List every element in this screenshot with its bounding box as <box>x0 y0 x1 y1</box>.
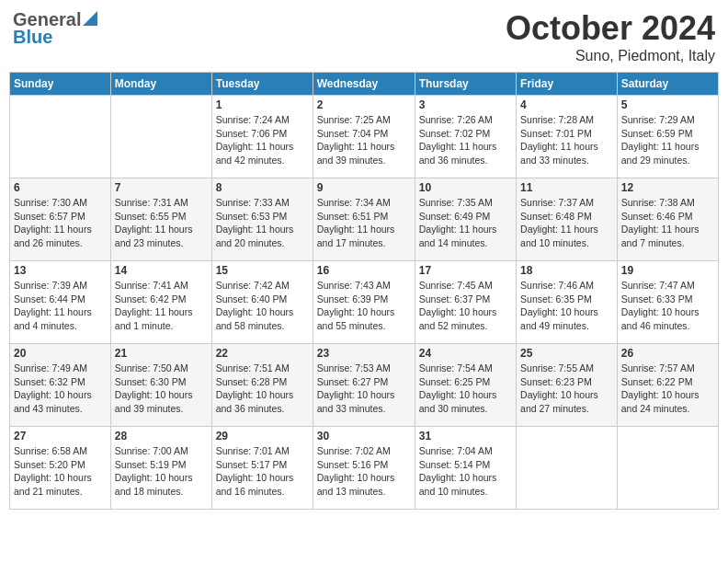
calendar-week-row: 1Sunrise: 7:24 AMSunset: 7:06 PMDaylight… <box>10 96 719 178</box>
day-info: Sunrise: 7:47 AMSunset: 6:33 PMDaylight:… <box>621 279 714 333</box>
day-number: 18 <box>520 264 613 277</box>
day-info: Sunrise: 7:34 AMSunset: 6:51 PMDaylight:… <box>317 196 411 250</box>
day-number: 9 <box>317 181 411 194</box>
day-info: Sunrise: 7:43 AMSunset: 6:39 PMDaylight:… <box>317 279 411 333</box>
weekday-header-row: SundayMondayTuesdayWednesdayThursdayFrid… <box>10 73 719 96</box>
day-number: 14 <box>115 264 208 277</box>
day-number: 8 <box>216 181 309 194</box>
day-info: Sunrise: 7:53 AMSunset: 6:27 PMDaylight:… <box>317 362 411 416</box>
calendar-cell <box>517 427 618 510</box>
day-info: Sunrise: 7:30 AMSunset: 6:57 PMDaylight:… <box>14 196 107 250</box>
calendar-cell: 14Sunrise: 7:41 AMSunset: 6:42 PMDayligh… <box>110 261 211 344</box>
calendar-cell <box>110 96 211 178</box>
day-number: 7 <box>115 181 208 194</box>
calendar-cell: 29Sunrise: 7:01 AMSunset: 5:17 PMDayligh… <box>211 427 313 510</box>
day-info: Sunrise: 7:39 AMSunset: 6:44 PMDaylight:… <box>14 279 107 333</box>
calendar-cell: 3Sunrise: 7:26 AMSunset: 7:02 PMDaylight… <box>415 96 516 178</box>
day-number: 1 <box>216 98 309 111</box>
day-info: Sunrise: 7:51 AMSunset: 6:28 PMDaylight:… <box>216 362 309 416</box>
calendar-cell: 21Sunrise: 7:50 AMSunset: 6:30 PMDayligh… <box>110 344 211 427</box>
day-number: 16 <box>317 264 411 277</box>
calendar-cell: 11Sunrise: 7:37 AMSunset: 6:48 PMDayligh… <box>517 178 618 261</box>
logo-blue-text: Blue <box>13 27 52 48</box>
calendar-cell: 12Sunrise: 7:38 AMSunset: 6:46 PMDayligh… <box>617 178 718 261</box>
calendar-cell: 24Sunrise: 7:54 AMSunset: 6:25 PMDayligh… <box>415 344 516 427</box>
day-number: 17 <box>419 264 512 277</box>
calendar-cell: 17Sunrise: 7:45 AMSunset: 6:37 PMDayligh… <box>415 261 516 344</box>
day-info: Sunrise: 7:31 AMSunset: 6:55 PMDaylight:… <box>115 196 208 250</box>
day-number: 20 <box>14 347 107 360</box>
day-number: 3 <box>419 98 512 111</box>
weekday-header-thursday: Thursday <box>415 73 516 96</box>
day-info: Sunrise: 7:35 AMSunset: 6:49 PMDaylight:… <box>419 196 512 250</box>
calendar-cell: 10Sunrise: 7:35 AMSunset: 6:49 PMDayligh… <box>415 178 516 261</box>
day-number: 5 <box>621 98 714 111</box>
day-info: Sunrise: 7:33 AMSunset: 6:53 PMDaylight:… <box>216 196 309 250</box>
weekday-header-saturday: Saturday <box>617 73 718 96</box>
calendar-cell: 30Sunrise: 7:02 AMSunset: 5:16 PMDayligh… <box>313 427 415 510</box>
day-info: Sunrise: 7:42 AMSunset: 6:40 PMDaylight:… <box>216 279 309 333</box>
calendar-cell: 26Sunrise: 7:57 AMSunset: 6:22 PMDayligh… <box>617 344 718 427</box>
day-info: Sunrise: 7:37 AMSunset: 6:48 PMDaylight:… <box>520 196 613 250</box>
day-info: Sunrise: 7:57 AMSunset: 6:22 PMDaylight:… <box>621 362 714 416</box>
day-number: 25 <box>520 347 613 360</box>
day-info: Sunrise: 7:49 AMSunset: 6:32 PMDaylight:… <box>14 362 107 416</box>
calendar-cell: 13Sunrise: 7:39 AMSunset: 6:44 PMDayligh… <box>10 261 111 344</box>
calendar-cell: 9Sunrise: 7:34 AMSunset: 6:51 PMDaylight… <box>313 178 415 261</box>
day-info: Sunrise: 7:02 AMSunset: 5:16 PMDaylight:… <box>317 444 411 499</box>
day-info: Sunrise: 7:54 AMSunset: 6:25 PMDaylight:… <box>419 362 512 416</box>
weekday-header-friday: Friday <box>517 73 618 96</box>
page-header: General Blue October 2024 Suno, Piedmont… <box>9 9 719 64</box>
day-info: Sunrise: 7:55 AMSunset: 6:23 PMDaylight:… <box>520 362 613 416</box>
day-number: 11 <box>520 181 613 194</box>
calendar-cell: 15Sunrise: 7:42 AMSunset: 6:40 PMDayligh… <box>211 261 313 344</box>
day-number: 13 <box>14 264 107 277</box>
day-number: 19 <box>621 264 714 277</box>
calendar-cell: 25Sunrise: 7:55 AMSunset: 6:23 PMDayligh… <box>517 344 618 427</box>
calendar-cell: 31Sunrise: 7:04 AMSunset: 5:14 PMDayligh… <box>415 427 516 510</box>
day-info: Sunrise: 7:46 AMSunset: 6:35 PMDaylight:… <box>520 279 613 333</box>
day-number: 26 <box>621 347 714 360</box>
day-number: 31 <box>419 430 512 442</box>
logo-arrow-icon <box>83 11 97 29</box>
calendar-week-row: 20Sunrise: 7:49 AMSunset: 6:32 PMDayligh… <box>10 344 719 427</box>
calendar-title: October 2024 <box>506 9 715 48</box>
calendar-cell <box>617 427 718 510</box>
calendar-cell: 2Sunrise: 7:25 AMSunset: 7:04 PMDaylight… <box>313 96 415 178</box>
day-number: 24 <box>419 347 512 360</box>
calendar-cell: 23Sunrise: 7:53 AMSunset: 6:27 PMDayligh… <box>313 344 415 427</box>
day-number: 23 <box>317 347 411 360</box>
day-number: 29 <box>216 430 309 442</box>
calendar-cell: 1Sunrise: 7:24 AMSunset: 7:06 PMDaylight… <box>211 96 313 178</box>
calendar-cell <box>10 96 111 178</box>
calendar-location: Suno, Piedmont, Italy <box>506 48 715 64</box>
calendar-cell: 5Sunrise: 7:29 AMSunset: 6:59 PMDaylight… <box>617 96 718 178</box>
day-info: Sunrise: 7:26 AMSunset: 7:02 PMDaylight:… <box>419 113 512 167</box>
day-number: 12 <box>621 181 714 194</box>
calendar-cell: 22Sunrise: 7:51 AMSunset: 6:28 PMDayligh… <box>211 344 313 427</box>
calendar-cell: 27Sunrise: 6:58 AMSunset: 5:20 PMDayligh… <box>10 427 111 510</box>
calendar-cell: 7Sunrise: 7:31 AMSunset: 6:55 PMDaylight… <box>110 178 211 261</box>
day-number: 28 <box>115 430 208 442</box>
calendar-cell: 19Sunrise: 7:47 AMSunset: 6:33 PMDayligh… <box>617 261 718 344</box>
day-number: 2 <box>317 98 411 111</box>
day-info: Sunrise: 7:25 AMSunset: 7:04 PMDaylight:… <box>317 113 411 167</box>
day-info: Sunrise: 7:29 AMSunset: 6:59 PMDaylight:… <box>621 113 714 167</box>
day-number: 27 <box>14 430 107 442</box>
weekday-header-monday: Monday <box>110 73 211 96</box>
day-info: Sunrise: 7:04 AMSunset: 5:14 PMDaylight:… <box>419 444 512 499</box>
svg-marker-0 <box>83 11 97 26</box>
weekday-header-tuesday: Tuesday <box>211 73 313 96</box>
logo: General Blue <box>13 9 98 48</box>
day-info: Sunrise: 7:45 AMSunset: 6:37 PMDaylight:… <box>419 279 512 333</box>
calendar-week-row: 6Sunrise: 7:30 AMSunset: 6:57 PMDaylight… <box>10 178 719 261</box>
day-number: 4 <box>520 98 613 111</box>
calendar-cell: 20Sunrise: 7:49 AMSunset: 6:32 PMDayligh… <box>10 344 111 427</box>
calendar-cell: 4Sunrise: 7:28 AMSunset: 7:01 PMDaylight… <box>517 96 618 178</box>
day-number: 10 <box>419 181 512 194</box>
day-info: Sunrise: 6:58 AMSunset: 5:20 PMDaylight:… <box>14 444 107 499</box>
day-info: Sunrise: 7:50 AMSunset: 6:30 PMDaylight:… <box>115 362 208 416</box>
calendar-table: SundayMondayTuesdayWednesdayThursdayFrid… <box>9 72 719 510</box>
day-number: 30 <box>317 430 411 442</box>
calendar-cell: 28Sunrise: 7:00 AMSunset: 5:19 PMDayligh… <box>110 427 211 510</box>
